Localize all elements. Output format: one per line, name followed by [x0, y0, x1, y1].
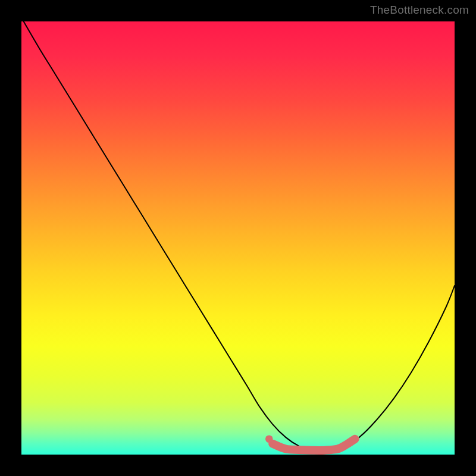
series-optimal-zone	[273, 439, 355, 450]
watermark-text: TheBottleneck.com	[370, 4, 469, 17]
plot-area	[21, 21, 455, 455]
chart-frame: TheBottleneck.com	[0, 0, 476, 476]
series-bottleneck-curve	[24, 21, 455, 450]
optimal-zone-start-dot	[265, 436, 273, 443]
curve-layer	[21, 21, 455, 455]
